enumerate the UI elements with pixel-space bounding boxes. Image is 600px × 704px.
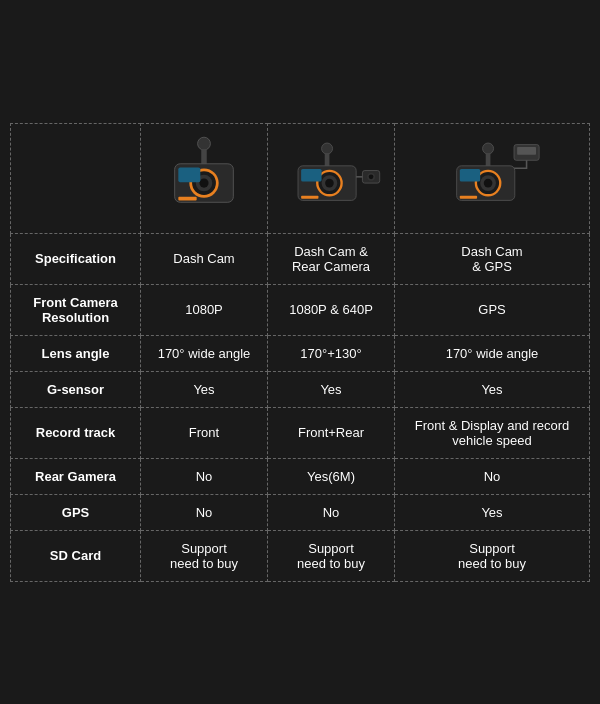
product-1-container bbox=[149, 132, 259, 225]
spec-value-row4-col1: Front bbox=[141, 407, 268, 458]
table-row: Front Camera Resolution1080P1080P & 640P… bbox=[11, 284, 590, 335]
spec-value-row0-col2: Dash Cam & Rear Camera bbox=[268, 233, 395, 284]
spec-value-row3-col2: Yes bbox=[268, 371, 395, 407]
spec-value-row5-col3: No bbox=[395, 458, 590, 494]
table-row: SD CardSupport need to buySupport need t… bbox=[11, 530, 590, 581]
table-row: SpecificationDash CamDash Cam & Rear Cam… bbox=[11, 233, 590, 284]
spec-value-row5-col1: No bbox=[141, 458, 268, 494]
spec-value-row4-col3: Front & Display and record vehicle speed bbox=[395, 407, 590, 458]
svg-rect-25 bbox=[486, 153, 491, 167]
spec-value-row7-col1: Support need to buy bbox=[141, 530, 268, 581]
table-row: G-sensorYesYesYes bbox=[11, 371, 590, 407]
spec-value-row6-col3: Yes bbox=[395, 494, 590, 530]
svg-rect-32 bbox=[460, 196, 477, 199]
svg-point-30 bbox=[484, 179, 493, 188]
svg-point-9 bbox=[322, 143, 333, 154]
header-empty bbox=[11, 123, 141, 233]
svg-point-24 bbox=[483, 143, 494, 154]
svg-rect-31 bbox=[460, 169, 480, 182]
product-2-image-cell bbox=[268, 123, 395, 233]
spec-label-0: Specification bbox=[11, 233, 141, 284]
spec-value-row3-col3: Yes bbox=[395, 371, 590, 407]
spec-value-row7-col2: Support need to buy bbox=[268, 530, 395, 581]
spec-value-row6-col2: No bbox=[268, 494, 395, 530]
svg-rect-16 bbox=[301, 169, 321, 182]
svg-point-20 bbox=[369, 174, 374, 179]
spec-value-row4-col2: Front+Rear bbox=[268, 407, 395, 458]
product-image-row bbox=[11, 123, 590, 233]
table-row: Record trackFrontFront+RearFront & Displ… bbox=[11, 407, 590, 458]
dashcam-2-icon bbox=[276, 133, 386, 223]
spec-value-row0-col3: Dash Cam & GPS bbox=[395, 233, 590, 284]
spec-value-row1-col3: GPS bbox=[395, 284, 590, 335]
spec-label-4: Record track bbox=[11, 407, 141, 458]
spec-label-3: G-sensor bbox=[11, 371, 141, 407]
product-2-container bbox=[276, 132, 386, 225]
spec-value-row6-col1: No bbox=[141, 494, 268, 530]
product-1-image-cell bbox=[141, 123, 268, 233]
spec-label-7: SD Card bbox=[11, 530, 141, 581]
spec-label-5: Rear Gamera bbox=[11, 458, 141, 494]
spec-label-2: Lens angle bbox=[11, 335, 141, 371]
spec-value-row3-col1: Yes bbox=[141, 371, 268, 407]
svg-point-15 bbox=[325, 179, 334, 188]
svg-point-6 bbox=[199, 178, 208, 187]
table-row: Lens angle170° wide angle170°+130°170° w… bbox=[11, 335, 590, 371]
spec-value-row2-col3: 170° wide angle bbox=[395, 335, 590, 371]
svg-rect-7 bbox=[178, 167, 200, 182]
svg-rect-23 bbox=[517, 147, 536, 155]
comparison-table: SpecificationDash CamDash Cam & Rear Cam… bbox=[10, 123, 590, 582]
svg-rect-10 bbox=[325, 153, 330, 167]
svg-rect-17 bbox=[301, 196, 318, 199]
product-3-container bbox=[403, 132, 581, 225]
svg-rect-8 bbox=[178, 197, 196, 201]
spec-label-6: GPS bbox=[11, 494, 141, 530]
spec-label-1: Front Camera Resolution bbox=[11, 284, 141, 335]
product-3-image-cell bbox=[395, 123, 590, 233]
svg-point-0 bbox=[198, 137, 211, 150]
svg-rect-1 bbox=[201, 149, 207, 166]
table-row: Rear GameraNoYes(6M)No bbox=[11, 458, 590, 494]
table-row: GPSNoNoYes bbox=[11, 494, 590, 530]
spec-value-row7-col3: Support need to buy bbox=[395, 530, 590, 581]
spec-value-row1-col2: 1080P & 640P bbox=[268, 284, 395, 335]
spec-value-row5-col2: Yes(6M) bbox=[268, 458, 395, 494]
spec-value-row1-col1: 1080P bbox=[141, 284, 268, 335]
spec-value-row2-col2: 170°+130° bbox=[268, 335, 395, 371]
dashcam-1-icon bbox=[149, 133, 259, 223]
spec-value-row2-col1: 170° wide angle bbox=[141, 335, 268, 371]
spec-value-row0-col1: Dash Cam bbox=[141, 233, 268, 284]
dashcam-3-icon bbox=[437, 133, 547, 223]
